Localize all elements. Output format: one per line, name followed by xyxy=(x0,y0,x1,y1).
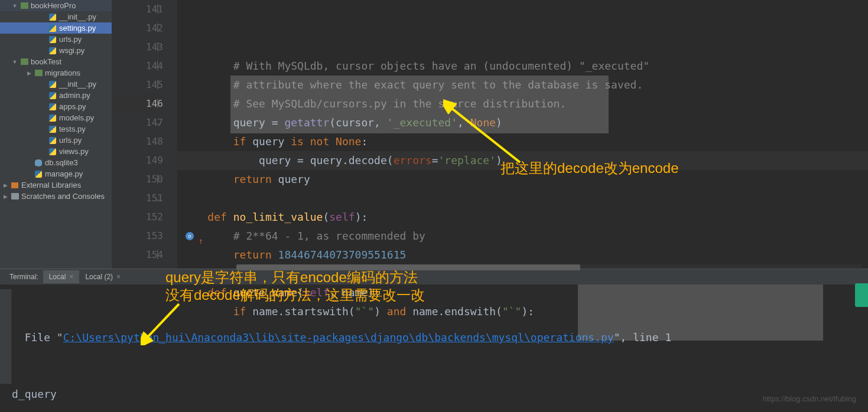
chevron-right-icon[interactable]: ▶ xyxy=(2,182,8,188)
gutter-line-152[interactable]: 152 xyxy=(112,208,163,227)
code-line-147[interactable]: return query xyxy=(177,170,868,189)
gutter-line-154[interactable]: 154⎮ xyxy=(112,246,163,264)
fold-mid-icon[interactable]: ⎮ xyxy=(155,25,161,31)
hscroll-thumb[interactable] xyxy=(236,264,580,270)
gutter-line-149[interactable]: 149o↑ xyxy=(112,151,163,170)
gutter-line-143[interactable]: 143⎮ xyxy=(112,38,163,57)
fold-mid-icon[interactable]: ⎮ xyxy=(155,101,161,107)
django-folder-icon xyxy=(20,2,28,10)
django-folder-icon xyxy=(20,58,28,66)
tree-item-db-sqlite3[interactable]: db.sqlite3 xyxy=(0,157,112,168)
tree-item-apps-py[interactable]: apps.py xyxy=(0,101,112,112)
structure-tool-button[interactable] xyxy=(0,289,12,384)
chevron-down-icon[interactable]: ▼ xyxy=(12,3,18,9)
close-icon[interactable]: × xyxy=(116,273,121,281)
fold-end-icon[interactable]: ⌄ xyxy=(155,120,161,126)
tree-item-views-py[interactable]: views.py xyxy=(0,146,112,157)
code-line-146[interactable]: query = query.decode(errors='replace') xyxy=(177,151,868,170)
py-icon xyxy=(48,35,57,44)
fold-mid-icon[interactable]: ⎮ xyxy=(155,44,161,50)
tree-item---init---py[interactable]: __init__.py xyxy=(0,11,112,22)
py-icon xyxy=(48,148,57,156)
tree-item-manage-py[interactable]: manage.py xyxy=(0,168,112,179)
tree-item-admin-py[interactable]: admin.py xyxy=(0,90,112,101)
terminal-label: Terminal: xyxy=(5,273,43,281)
chevron-right-icon[interactable]: ▶ xyxy=(26,70,32,76)
chevron-down-icon[interactable]: ▼ xyxy=(12,59,18,65)
tree-item---init---py[interactable]: __init__.py xyxy=(0,79,112,90)
fold-mid-icon[interactable]: ⎮ xyxy=(155,252,161,258)
gutter-line-146[interactable]: 146⎮ xyxy=(112,94,163,113)
right-tool-button[interactable] xyxy=(855,283,868,307)
gutter-line-142[interactable]: 142⎮ xyxy=(112,19,163,38)
db-icon xyxy=(34,159,43,167)
tree-item-bookheropro[interactable]: ▼bookHeroPro xyxy=(0,0,112,11)
gutter-line-145[interactable]: 145⎮ xyxy=(112,76,163,94)
tree-item-wsgi-py[interactable]: wsgi.py xyxy=(0,45,112,56)
editor-hscroll[interactable] xyxy=(236,264,862,270)
chevron-right-icon[interactable]: ▶ xyxy=(2,194,8,200)
file-link[interactable]: C:\Users\python_hui\Anaconda3\lib\site-p… xyxy=(63,331,614,344)
code-lines[interactable]: # With MySQLdb, cursor objects have an (… xyxy=(177,0,868,269)
line-gutter: 141⎮142⎮143⎮144⎮145⎮146⎮147⌄148149o↑150⎮… xyxy=(112,0,177,269)
gutter-line-148[interactable]: 148 xyxy=(112,132,163,151)
gutter-line-150[interactable]: 150⎮ xyxy=(112,170,163,189)
tree-item-models-py[interactable]: models.py xyxy=(0,112,112,123)
py-icon xyxy=(48,103,57,111)
tree-item-urls-py[interactable]: urls.py xyxy=(0,135,112,146)
tree-item-external-libraries[interactable]: ▶External Libraries xyxy=(0,179,112,191)
terminal-tab-local[interactable]: Local × xyxy=(43,270,80,283)
code-line-144[interactable]: query = getattr(cursor, '_executed', Non… xyxy=(177,113,868,132)
py-icon xyxy=(48,125,57,133)
py-icon xyxy=(48,13,57,21)
fold-mid-icon[interactable]: ⎮ xyxy=(155,6,161,12)
fold-mid-icon[interactable]: ⎮ xyxy=(155,176,161,182)
gutter-line-141[interactable]: 141⎮ xyxy=(112,0,163,19)
lib-icon xyxy=(11,181,19,189)
terminal-tab-local2[interactable]: Local (2) × xyxy=(79,270,126,283)
code-line-148[interactable] xyxy=(177,189,868,208)
py-icon xyxy=(48,24,57,32)
gutter-line-147[interactable]: 147⌄ xyxy=(112,113,163,132)
py-icon xyxy=(48,47,57,55)
terminal-output[interactable]: File "C:\Users\python_hui\Anaconda3\lib\… xyxy=(0,285,868,412)
tree-item-migrations[interactable]: ▶migrations xyxy=(0,67,112,79)
fold-mid-icon[interactable]: ⎮ xyxy=(155,82,161,88)
tree-item-booktest[interactable]: ▼bookTest xyxy=(0,56,112,67)
code-line-143[interactable]: # See MySQLdb/cursors.py in the source d… xyxy=(177,94,868,113)
tree-item-urls-py[interactable]: urls.py xyxy=(0,34,112,45)
code-line-145[interactable]: if query is not None: xyxy=(177,132,868,151)
terminal-panel: Terminal: Local × Local (2) × File "C:\U… xyxy=(0,269,868,412)
folder-icon xyxy=(11,192,19,201)
py-icon xyxy=(48,91,57,100)
fold-end-icon[interactable]: ⌄ xyxy=(155,195,161,201)
py-icon xyxy=(34,170,43,178)
tree-item-settings-py[interactable]: settings.py xyxy=(0,22,112,34)
gutter-line-151[interactable]: 151⌄ xyxy=(112,189,163,208)
py-icon xyxy=(48,80,57,89)
terminal-line: d_query xyxy=(12,385,856,404)
tree-item-scratches-and-consoles[interactable]: ▶Scratches and Consoles xyxy=(0,191,112,202)
django-folder-icon xyxy=(34,69,43,77)
py-icon xyxy=(48,114,57,122)
code-line-141[interactable]: # With MySQLdb, cursor objects have an (… xyxy=(177,57,868,76)
code-line-151[interactable]: return 18446744073709551615 xyxy=(177,246,868,264)
gutter-line-144[interactable]: 144⎮ xyxy=(112,57,163,76)
project-tree[interactable]: ▼bookHeroPro__init__.pysettings.pyurls.p… xyxy=(0,0,112,269)
code-line-142[interactable]: # attribute where the exact query sent t… xyxy=(177,76,868,94)
close-icon[interactable]: × xyxy=(69,273,73,281)
fold-mid-icon[interactable]: ⎮ xyxy=(155,63,161,69)
code-editor[interactable]: 141⎮142⎮143⎮144⎮145⎮146⎮147⌄148149o↑150⎮… xyxy=(112,0,868,269)
code-line-149[interactable]: def no_limit_value(self): xyxy=(177,208,868,227)
py-icon xyxy=(48,136,57,145)
tree-item-tests-py[interactable]: tests.py xyxy=(0,123,112,135)
gutter-line-153[interactable]: 153o↑ xyxy=(112,227,163,246)
watermark: https://blog.csdn.net/ifubing xyxy=(763,394,856,403)
code-line-150[interactable]: # 2**64 - 1, as recommended by xyxy=(177,227,868,246)
